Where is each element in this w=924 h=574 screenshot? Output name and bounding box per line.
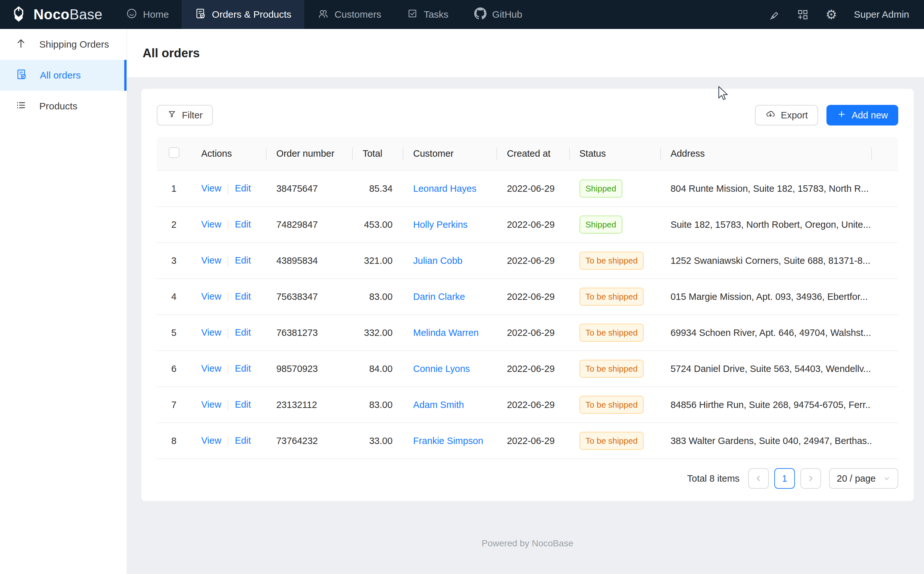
order-number-cell: 43895834 (266, 243, 352, 279)
order-number-cell: 23132112 (266, 387, 352, 423)
customer-link[interactable]: Leonard Hayes (413, 183, 477, 194)
select-all-checkbox[interactable] (169, 147, 179, 158)
page-size-select[interactable]: 20 / page (829, 468, 898, 489)
edit-link[interactable]: Edit (235, 219, 251, 229)
created-at-cell: 2022-06-29 (496, 170, 569, 207)
prev-page-button[interactable] (748, 468, 769, 489)
total-cell: 332.00 (352, 315, 403, 351)
edit-link[interactable]: Edit (235, 363, 251, 374)
table-header-row: Actions Order number Total Customer Crea… (157, 137, 898, 170)
column-customer: Customer (403, 137, 496, 170)
nav-tab-orders-products[interactable]: Orders & Products (182, 0, 304, 29)
gear-icon[interactable]: ⚙ (826, 8, 837, 21)
created-at-cell: 2022-06-29 (496, 207, 569, 243)
edit-link[interactable]: Edit (235, 327, 251, 337)
nav-tab-label: Customers (335, 9, 381, 20)
add-new-button[interactable]: Add new (826, 105, 898, 126)
column-created-at: Created at (496, 137, 569, 170)
customer-link[interactable]: Melinda Warren (413, 328, 479, 338)
address-cell: 804 Runte Mission, Suite 182, 15783, Nor… (660, 170, 871, 207)
blocks-add-icon[interactable] (796, 8, 809, 20)
edit-link[interactable]: Edit (235, 435, 251, 446)
table-toolbar: Filter Export (157, 105, 898, 126)
nav-tabs: Home Orders & Products Cust (113, 0, 535, 29)
edit-link[interactable]: Edit (235, 291, 251, 301)
nav-tab-github[interactable]: GitHub (461, 0, 535, 29)
sidebar-item-label: Shipping Orders (39, 39, 109, 50)
status-cell: To be shipped (569, 315, 660, 351)
view-link[interactable]: View (201, 183, 221, 193)
view-link[interactable]: View (201, 363, 221, 374)
status-badge: To be shipped (580, 252, 644, 270)
page-header: All orders (127, 29, 924, 77)
empty-cell (871, 243, 898, 279)
actions-cell: ViewEdit (191, 423, 266, 459)
nocobase-logo-icon (9, 5, 28, 24)
chevron-down-icon (883, 475, 891, 482)
user-menu[interactable]: Super Admin (854, 9, 909, 20)
table-row[interactable]: 8 ViewEdit 73764232 33.00 Frankie Simpso… (157, 423, 898, 459)
nocobase-logo[interactable]: NocoBase (0, 0, 113, 29)
customer-link[interactable]: Holly Perkins (413, 219, 468, 230)
table-row[interactable]: 2 ViewEdit 74829847 453.00 Holly Perkins… (157, 207, 898, 243)
edit-link[interactable]: Edit (235, 183, 251, 193)
customer-link[interactable]: Adam Smith (413, 400, 464, 410)
customer-link[interactable]: Frankie Simpson (413, 436, 483, 446)
total-cell: 83.00 (352, 387, 403, 423)
address-cell: 84856 Hirthe Run, Suite 268, 94754-6705,… (660, 387, 871, 423)
sidebar-item-all-orders[interactable]: All orders (0, 60, 126, 91)
table-row[interactable]: 3 ViewEdit 43895834 321.00 Julian Cobb 2… (157, 243, 898, 279)
status-cell: Shipped (569, 207, 660, 243)
customer-link[interactable]: Julian Cobb (413, 255, 462, 266)
address-cell: 5724 Daniel Drive, Suite 563, 54403, Wen… (660, 351, 871, 387)
list-icon (16, 100, 27, 113)
export-button[interactable]: Export (755, 105, 818, 126)
column-actions: Actions (191, 137, 266, 170)
next-page-button[interactable] (800, 468, 821, 489)
filter-icon (167, 109, 177, 121)
view-link[interactable]: View (201, 219, 221, 229)
nav-tab-home[interactable]: Home (113, 0, 182, 29)
add-new-label: Add new (851, 110, 888, 121)
nav-tab-label: Orders & Products (212, 9, 291, 20)
empty-cell (871, 207, 898, 243)
row-index: 7 (171, 400, 177, 410)
table-row[interactable]: 6 ViewEdit 98570923 84.00 Connie Lyons 2… (157, 351, 898, 387)
view-link[interactable]: View (201, 291, 221, 301)
order-number-cell: 74829847 (266, 207, 352, 243)
orders-table: Actions Order number Total Customer Crea… (157, 137, 898, 459)
navbar-right: ⚙ Super Admin (768, 0, 924, 29)
view-link[interactable]: View (201, 435, 221, 446)
edit-link[interactable]: Edit (235, 255, 251, 265)
view-link[interactable]: View (201, 255, 221, 265)
address-cell: 383 Walter Gardens, Suite 040, 24947, Be… (660, 423, 871, 459)
status-cell: To be shipped (569, 351, 660, 387)
pagination: Total 8 items 1 20 / page (157, 468, 898, 489)
nav-tab-customers[interactable]: Customers (304, 0, 394, 29)
created-at-cell: 2022-06-29 (496, 279, 569, 315)
customer-link[interactable]: Connie Lyons (413, 364, 470, 374)
sidebar-item-products[interactable]: Products (0, 91, 126, 121)
page-1-button[interactable]: 1 (774, 468, 795, 489)
nav-tab-tasks[interactable]: Tasks (394, 0, 461, 29)
customer-link[interactable]: Darin Clarke (413, 292, 465, 302)
table-row[interactable]: 5 ViewEdit 76381273 332.00 Melinda Warre… (157, 315, 898, 351)
customer-cell: Holly Perkins (403, 207, 496, 243)
view-link[interactable]: View (201, 399, 221, 410)
total-cell: 84.00 (352, 351, 403, 387)
order-number-cell: 73764232 (266, 423, 352, 459)
order-number-cell: 38475647 (266, 170, 352, 207)
column-empty (871, 137, 898, 170)
empty-cell (871, 423, 898, 459)
table-row[interactable]: 1 ViewEdit 38475647 85.34 Leonard Hayes … (157, 170, 898, 207)
view-link[interactable]: View (201, 327, 221, 337)
total-cell: 321.00 (352, 243, 403, 279)
actions-cell: ViewEdit (191, 387, 266, 423)
edit-link[interactable]: Edit (235, 399, 251, 410)
sidebar-item-shipping-orders[interactable]: Shipping Orders (0, 29, 126, 60)
action-divider (227, 184, 228, 194)
table-row[interactable]: 4 ViewEdit 75638347 83.00 Darin Clarke 2… (157, 279, 898, 315)
highlighter-icon[interactable] (768, 8, 780, 20)
table-row[interactable]: 7 ViewEdit 23132112 83.00 Adam Smith 202… (157, 387, 898, 423)
filter-button[interactable]: Filter (157, 105, 213, 126)
